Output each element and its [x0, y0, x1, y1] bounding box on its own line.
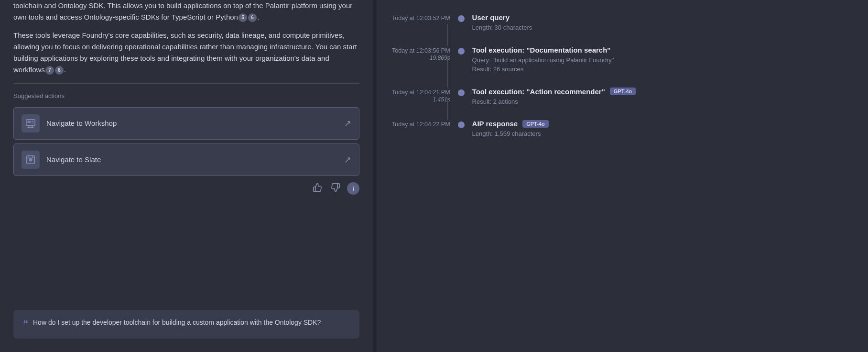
- action2-label: Navigate to Slate: [46, 155, 101, 164]
- timeline-detail-2b: Result: 26 sources: [472, 65, 853, 74]
- badge-8: 8: [55, 66, 64, 75]
- body-text-2: These tools leverage Foundry's core capa…: [13, 30, 359, 76]
- svg-point-8: [29, 158, 32, 161]
- timeline-entry-2: Today at 12:03:56 PM 19.869s Tool execut…: [392, 46, 853, 74]
- thumbs-up-button[interactable]: [311, 181, 324, 197]
- model-badge-3: GPT-4o: [610, 88, 636, 95]
- timeline-dot-4: [458, 121, 465, 128]
- arrow-icon-1: ↗: [344, 118, 351, 129]
- navigate-workshop-button[interactable]: Navigate to Workshop ↗: [13, 107, 359, 140]
- badge-7: 7: [45, 66, 54, 75]
- suggested-actions-label: Suggested actions: [13, 91, 359, 101]
- timeline-time-4: Today at 12:04:22 PM: [392, 120, 450, 128]
- svg-rect-4: [28, 121, 31, 123]
- timeline-content-4: AIP response GPT-4o Length: 1,559 charac…: [472, 120, 853, 139]
- timeline-content-2: Tool execution: "Documentation search" Q…: [472, 46, 853, 74]
- quote-icon: ❝: [23, 317, 28, 331]
- timeline-title-1: User query: [472, 13, 853, 22]
- svg-rect-5: [32, 121, 34, 121]
- model-badge-4: GPT-4o: [522, 120, 549, 128]
- chat-panel: toolchain and Ontology SDK. This allows …: [0, 0, 373, 352]
- question-text: How do I set up the developer toolchain …: [33, 318, 321, 328]
- timeline-detail-1: Length: 30 characters: [472, 23, 853, 33]
- timeline-detail-3: Result: 2 actions: [472, 97, 853, 107]
- badge-6: 6: [248, 13, 257, 22]
- feedback-row: i: [13, 181, 359, 198]
- slate-icon: [22, 151, 40, 169]
- badge-5: 5: [239, 13, 247, 22]
- timeline-content-3: Tool execution: "Action recommender" GPT…: [472, 88, 853, 107]
- timeline-time-2: Today at 12:03:56 PM 19.869s: [392, 46, 450, 61]
- timeline-entry-3: Today at 12:04:21 PM 1.451s Tool executi…: [392, 88, 853, 107]
- action1-label: Navigate to Workshop: [46, 119, 117, 127]
- chat-content: toolchain and Ontology SDK. This allows …: [13, 0, 359, 305]
- thumbs-down-button[interactable]: [329, 181, 342, 197]
- timeline-detail-2a: Query: "build an application using Palan…: [472, 55, 853, 65]
- timeline-time-1: Today at 12:03:52 PM: [392, 13, 450, 22]
- panel-divider: [373, 0, 377, 352]
- timeline-dot-3: [458, 89, 465, 96]
- navigate-slate-button[interactable]: Navigate to Slate ↗: [13, 143, 359, 176]
- timeline-time-3: Today at 12:04:21 PM 1.451s: [392, 88, 450, 103]
- timeline-entry-1: Today at 12:03:52 PM User query Length: …: [392, 13, 853, 33]
- info-button[interactable]: i: [347, 182, 359, 195]
- timeline-title-2: Tool execution: "Documentation search": [472, 46, 853, 54]
- svg-rect-6: [32, 122, 34, 123]
- workshop-icon: [22, 114, 40, 132]
- body-text-1: toolchain and Ontology SDK. This allows …: [13, 0, 359, 23]
- timeline-title-4: AIP response GPT-4o: [472, 120, 853, 128]
- bottom-question[interactable]: ❝ How do I set up the developer toolchai…: [13, 310, 359, 339]
- arrow-icon-2: ↗: [344, 154, 351, 165]
- section-divider: [13, 83, 359, 84]
- timeline-detail-4: Length: 1,559 characters: [472, 129, 853, 139]
- timeline-dot-2: [458, 48, 465, 55]
- timeline-entry-4: Today at 12:04:22 PM AIP response GPT-4o…: [392, 120, 853, 139]
- timeline-content-1: User query Length: 30 characters: [472, 13, 853, 33]
- timeline-title-3: Tool execution: "Action recommender" GPT…: [472, 88, 853, 96]
- timeline-panel: Today at 12:03:52 PM User query Length: …: [377, 0, 868, 352]
- timeline-dot-1: [458, 15, 465, 22]
